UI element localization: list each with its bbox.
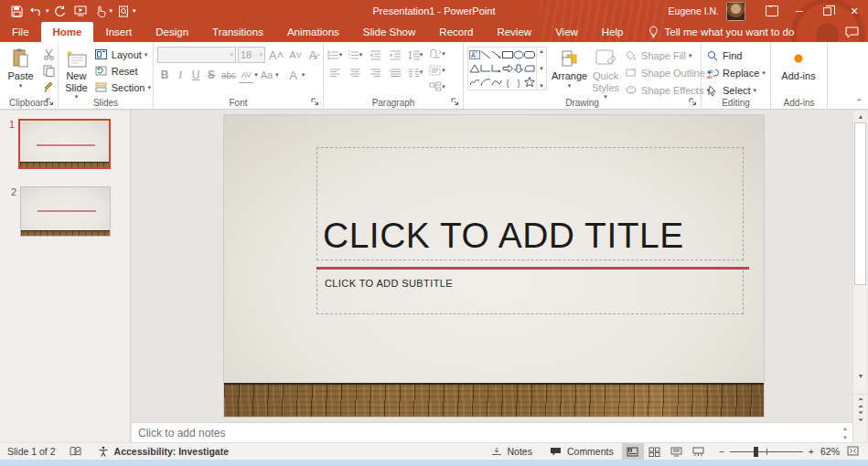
touch-mouse-mode-icon[interactable] — [91, 3, 110, 19]
shape-fill-button[interactable]: Shape Fill▾ — [624, 48, 711, 63]
tab-animations[interactable]: Animations — [275, 22, 351, 42]
shapes-scroll-up-icon[interactable]: ▲ — [539, 48, 544, 54]
change-case-button[interactable]: Aa — [259, 67, 274, 83]
rectangle-icon[interactable] — [502, 49, 513, 62]
decrease-indent-icon[interactable] — [368, 48, 382, 62]
new-slide-button[interactable]: New Slide ▾ — [62, 45, 91, 101]
save-icon[interactable] — [7, 3, 26, 19]
justify-icon[interactable] — [388, 65, 402, 79]
normal-view-button[interactable] — [622, 443, 644, 461]
paragraph-dialog-launcher-icon[interactable] — [451, 98, 460, 107]
shapes-gallery[interactable]: A { — [467, 47, 547, 90]
align-text-icon[interactable]: ▾ — [430, 63, 445, 78]
fit-slide-to-window-icon[interactable] — [847, 446, 859, 458]
reset-button[interactable]: Reset — [94, 63, 151, 79]
notes-scroll-down-icon[interactable]: ▼ — [842, 435, 848, 440]
right-arrow-shape-icon[interactable] — [502, 63, 513, 76]
slide-thumbnail-2[interactable]: 2 — [7, 186, 111, 237]
flowchart-shape-icon[interactable] — [524, 63, 535, 76]
next-slide-icon[interactable]: ⏷⏷ — [853, 410, 868, 422]
spell-check-icon[interactable] — [69, 444, 83, 459]
layout-button[interactable]: Layout▾ — [94, 47, 151, 62]
previous-slide-icon[interactable]: ⏶⏶ — [853, 397, 868, 408]
tab-file[interactable]: File — [0, 22, 41, 42]
print-preview-icon[interactable] — [114, 3, 133, 19]
line-icon[interactable] — [480, 49, 491, 62]
scrollbar-thumb[interactable] — [854, 122, 866, 285]
arrange-button[interactable]: Arrange ▾ — [552, 45, 587, 101]
restore-icon[interactable] — [813, 0, 841, 22]
account-avatar[interactable] — [726, 2, 745, 21]
scroll-down-icon[interactable]: ▼ — [853, 370, 868, 382]
undo-dropdown-icon[interactable]: ▾ — [46, 7, 49, 15]
font-size-combobox[interactable]: 18▾ — [238, 47, 265, 63]
text-direction-icon[interactable]: ▾ — [430, 47, 445, 61]
customize-qat-icon[interactable]: ▾ — [133, 7, 136, 15]
zoom-slider[interactable] — [730, 443, 803, 461]
elbow-connector-icon[interactable] — [480, 63, 491, 76]
text-shadow-button[interactable]: S — [204, 67, 219, 83]
undo-icon[interactable] — [27, 3, 46, 19]
font-color-dropdown-icon[interactable]: ▾ — [302, 71, 305, 79]
slide-canvas[interactable]: CLICK TO ADD TITLE CLICK TO ADD SUBTITLE — [224, 115, 764, 417]
notes-scroll-up-icon[interactable]: ▲ — [842, 426, 848, 431]
font-dialog-launcher-icon[interactable] — [311, 98, 320, 107]
account-name[interactable]: Eugene I.N. — [669, 5, 719, 16]
elbow-arrow-connector-icon[interactable] — [491, 63, 502, 76]
line-spacing-icon[interactable]: ▾ — [408, 48, 423, 62]
left-brace-icon[interactable]: { — [506, 79, 509, 88]
increase-indent-icon[interactable] — [388, 48, 402, 62]
zoom-slider-handle[interactable] — [754, 447, 758, 457]
select-button[interactable]: Select▾ — [705, 82, 768, 98]
increase-font-size-icon[interactable]: A˄ — [267, 47, 285, 63]
slide-indicator[interactable]: Slide 1 of 2 — [7, 446, 56, 457]
align-right-icon[interactable] — [368, 65, 382, 79]
tab-help[interactable]: Help — [590, 22, 636, 42]
italic-button[interactable]: I — [173, 67, 188, 83]
columns-icon[interactable]: ▾ — [408, 65, 423, 79]
shape-effects-button[interactable]: Shape Effects▾ — [624, 82, 711, 98]
zoom-percentage[interactable]: 62% — [814, 446, 840, 457]
rounded-rectangle-icon[interactable] — [524, 49, 535, 62]
section-button[interactable]: Section▾ — [94, 79, 151, 95]
right-brace-icon[interactable]: } — [517, 79, 520, 88]
text-box-icon[interactable]: A — [469, 49, 480, 62]
zoom-out-button[interactable]: − — [719, 446, 724, 457]
triangle-icon[interactable] — [469, 63, 480, 76]
start-from-beginning-icon[interactable] — [71, 3, 90, 19]
tab-review[interactable]: Review — [485, 22, 543, 42]
accessibility-status[interactable]: Accessibility: Investigate — [96, 444, 229, 459]
shapes-more-icon[interactable]: ▼̱ — [539, 83, 544, 89]
shapes-scroll-down-icon[interactable]: ▼ — [539, 66, 544, 71]
font-name-combobox[interactable]: ▾ — [157, 47, 236, 63]
title-placeholder[interactable]: CLICK TO ADD TITLE — [316, 147, 744, 260]
find-button[interactable]: Find — [705, 48, 768, 63]
clear-formatting-icon[interactable]: A̷ — [305, 47, 320, 63]
arc-icon[interactable] — [480, 77, 491, 90]
tab-insert[interactable]: Insert — [93, 22, 144, 42]
align-center-icon[interactable] — [348, 65, 362, 79]
shape-outline-button[interactable]: Shape Outline▾ — [624, 65, 711, 80]
feedback-bubble-icon[interactable] — [845, 22, 859, 42]
down-arrow-shape-icon[interactable] — [513, 63, 524, 76]
tab-slide-show[interactable]: Slide Show — [351, 22, 428, 42]
tab-record[interactable]: Record — [427, 22, 485, 42]
character-spacing-button[interactable]: AV — [239, 67, 253, 83]
decrease-font-size-icon[interactable]: A˅ — [287, 47, 304, 63]
comments-toggle-button[interactable]: Comments — [541, 443, 622, 461]
slide-thumbnail-1[interactable]: 1 — [5, 119, 111, 169]
smartart-icon[interactable]: ▾ — [430, 79, 445, 94]
freeform-scribble-icon[interactable] — [469, 77, 480, 90]
collapse-ribbon-icon[interactable]: ⌃ — [855, 98, 863, 107]
strikethrough-button[interactable]: abc — [220, 67, 238, 83]
star-icon[interactable] — [524, 77, 535, 90]
paste-button[interactable]: Paste ▾ — [4, 45, 38, 94]
shapes-gallery-scrollbar[interactable]: ▲ ▼ ▼̱ — [536, 48, 546, 90]
drawing-dialog-launcher-icon[interactable] — [689, 98, 698, 107]
replace-button[interactable]: abac Replace▾ — [705, 65, 768, 80]
slide-2-preview[interactable] — [20, 186, 111, 237]
reading-view-button[interactable] — [666, 443, 688, 461]
notes-placeholder[interactable]: Click to add notes — [132, 427, 225, 440]
curve-icon[interactable] — [491, 77, 502, 90]
tab-home[interactable]: Home — [41, 22, 94, 42]
